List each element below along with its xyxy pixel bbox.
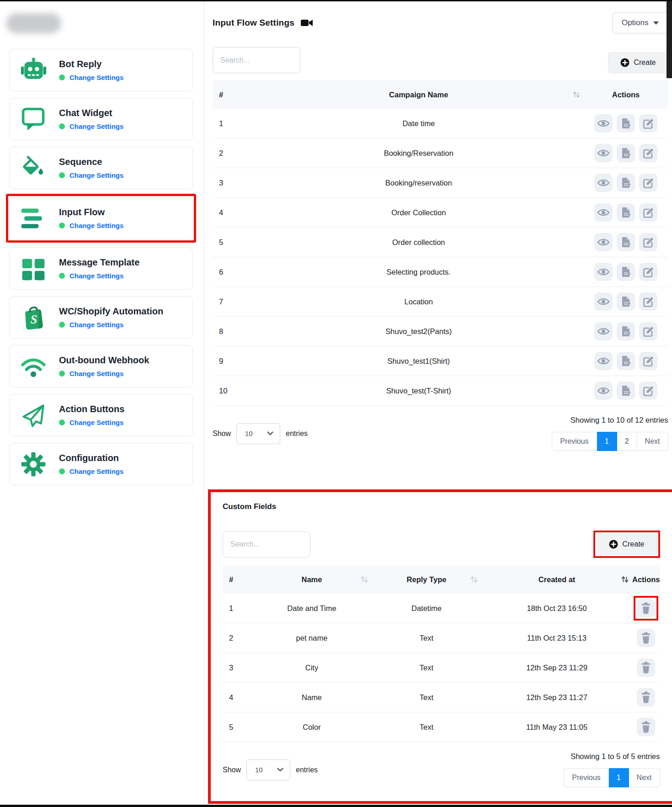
delete-button[interactable] [637, 599, 655, 617]
sort-icon[interactable] [572, 90, 581, 99]
export-button[interactable] [617, 322, 635, 340]
change-settings-link[interactable]: Change Settings [69, 467, 123, 475]
view-button[interactable] [594, 263, 613, 281]
change-settings-link[interactable]: Change Settings [69, 222, 123, 229]
next-page-button[interactable]: Next [629, 768, 660, 787]
reply-type: Text [372, 664, 481, 672]
status-dot [59, 74, 65, 80]
show-label: Show [223, 766, 241, 774]
page-size-select[interactable]: 10 [246, 759, 290, 780]
export-button[interactable] [617, 144, 635, 162]
sidebar-item-sequence[interactable]: Sequence Change Settings [9, 147, 193, 189]
table-row: 4 Name Text 12th Sep 23 11:27 [223, 683, 660, 712]
table-row: 6 Selecting products. [213, 257, 668, 287]
view-button[interactable] [594, 352, 613, 370]
delete-button[interactable] [637, 658, 655, 677]
column-header-created-at: Created at [539, 575, 576, 584]
next-page-button[interactable]: Next [637, 432, 668, 451]
change-settings-link[interactable]: Change Settings [69, 419, 123, 426]
file-export-icon [620, 207, 632, 218]
scrollbar-thumb[interactable] [667, 1, 672, 78]
edit-icon [642, 266, 654, 278]
sidebar-item-bot-reply[interactable]: Bot Reply Change Settings [9, 49, 193, 91]
delete-button[interactable] [637, 718, 655, 736]
table-summary: Showing 1 to 10 of 12 entries [571, 416, 668, 425]
edit-icon [642, 177, 654, 189]
export-button[interactable] [617, 382, 635, 400]
view-button[interactable] [594, 322, 613, 340]
view-button[interactable] [594, 144, 613, 162]
page-button-1[interactable]: 1 [609, 768, 629, 787]
edit-button[interactable] [639, 292, 657, 311]
sort-icon[interactable] [469, 575, 479, 584]
video-tutorial-icon[interactable] [301, 18, 313, 27]
page-button-2[interactable]: 2 [617, 432, 637, 451]
edit-button[interactable] [639, 114, 657, 133]
change-settings-link[interactable]: Change Settings [69, 321, 123, 329]
export-button[interactable] [617, 263, 635, 281]
campaign-name: Order Collection [254, 208, 584, 217]
change-settings-link[interactable]: Change Settings [69, 171, 123, 179]
change-settings-link[interactable]: Change Settings [69, 122, 123, 130]
options-button[interactable]: Options [612, 12, 668, 33]
sidebar-item-message-template[interactable]: Message Template Change Settings [9, 247, 193, 290]
previous-page-button[interactable]: Previous [552, 432, 597, 451]
sidebar-item-chat-widget[interactable]: Chat Widget Change Settings [9, 98, 193, 140]
export-button[interactable] [617, 114, 635, 133]
view-button[interactable] [594, 174, 613, 192]
sidebar-item-input-flow[interactable]: Input Flow Change Settings [9, 197, 193, 239]
sort-icon-active[interactable] [620, 575, 629, 584]
page-button-1[interactable]: 1 [597, 432, 617, 451]
export-button[interactable] [617, 292, 635, 311]
campaign-name: Shuvo_test(T-Shirt) [254, 387, 584, 395]
export-button[interactable] [617, 352, 635, 370]
change-settings-link[interactable]: Change Settings [69, 74, 123, 81]
sidebar-item-wc-shopify-automation[interactable]: WC/Shopify Automation Change Settings [9, 296, 193, 339]
annotation-box-custom-fields: Custom Fields Create # Name [208, 489, 672, 804]
campaigns-create-button[interactable]: Create [608, 52, 668, 73]
edit-icon [642, 356, 654, 367]
edit-button[interactable] [639, 174, 657, 192]
edit-button[interactable] [639, 144, 657, 162]
sidebar-item-label: Action Buttons [59, 404, 124, 414]
delete-button[interactable] [637, 688, 655, 706]
table-row: 2 pet name Text 11th Oct 23 15:13 [223, 623, 660, 653]
export-button[interactable] [617, 174, 635, 192]
table-row: 5 Order collection [213, 228, 668, 257]
change-settings-link[interactable]: Change Settings [69, 370, 123, 377]
view-button[interactable] [594, 292, 613, 311]
edit-button[interactable] [639, 203, 657, 222]
export-button[interactable] [617, 203, 635, 222]
delete-button[interactable] [637, 629, 655, 647]
edit-button[interactable] [639, 352, 657, 370]
view-button[interactable] [594, 382, 613, 400]
view-button[interactable] [594, 114, 613, 133]
change-settings-link[interactable]: Change Settings [69, 272, 123, 280]
status-dot [59, 223, 65, 228]
page-size-select[interactable]: 10 [236, 423, 280, 444]
campaigns-search-input[interactable] [213, 47, 300, 73]
edit-icon [642, 296, 654, 308]
custom-fields-search-input[interactable] [223, 531, 310, 557]
sidebar-item-configuration[interactable]: Configuration Change Settings [9, 443, 193, 485]
edit-button[interactable] [639, 233, 657, 251]
created-at: 18th Oct 23 16:50 [481, 604, 632, 613]
sidebar-item-outbound-webhook[interactable]: Out-bound Webhook Change Settings [9, 345, 193, 388]
edit-button[interactable] [639, 263, 657, 281]
page-title: Input Flow Settings [213, 18, 294, 28]
custom-fields-create-button[interactable]: Create [597, 534, 656, 555]
view-button[interactable] [594, 203, 613, 222]
table-row: 4 Order Collection [213, 198, 668, 228]
edit-button[interactable] [639, 322, 657, 340]
edit-button[interactable] [639, 382, 657, 400]
file-export-icon [620, 355, 632, 367]
previous-page-button[interactable]: Previous [564, 768, 608, 787]
row-num: 4 [223, 693, 252, 702]
sort-icon[interactable] [360, 575, 369, 584]
edit-icon [642, 118, 654, 129]
view-button[interactable] [594, 233, 613, 251]
row-num: 10 [213, 387, 254, 395]
table-row: 8 Shuvo_test2(Pants) [213, 317, 668, 346]
sidebar-item-action-buttons[interactable]: Action Buttons Change Settings [9, 394, 193, 436]
export-button[interactable] [617, 233, 635, 251]
